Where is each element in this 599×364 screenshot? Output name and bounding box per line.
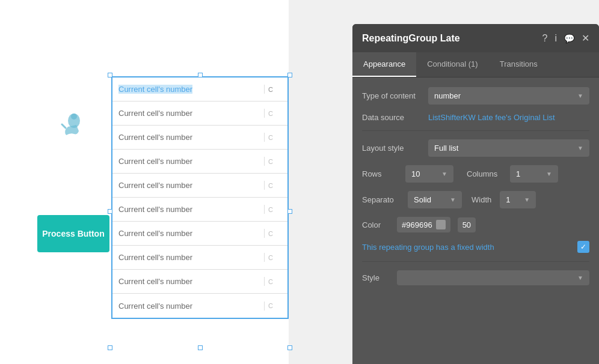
svg-point-1: [71, 114, 77, 120]
separator-row: Separato Solid ▼ Width 1 ▼: [362, 191, 589, 208]
data-source-control: ListShifterKW Late fee's Original List: [428, 113, 589, 122]
chevron-down-icon: ▼: [524, 196, 530, 203]
tab-conditional[interactable]: Conditional (1): [416, 52, 489, 77]
svg-line-2: [62, 124, 66, 128]
type-of-content-dropdown[interactable]: number ▼: [428, 87, 589, 105]
color-input-wrap[interactable]: #969696: [397, 217, 450, 232]
style-dropdown[interactable]: ▼: [397, 270, 589, 285]
style-row: Style ▼: [362, 270, 589, 285]
handle-bot-left[interactable]: [108, 345, 112, 350]
table-row: Current cell's number C: [112, 102, 287, 126]
table-row: Current cell's number C: [112, 294, 287, 318]
table-row: Current cell's number C: [112, 174, 287, 198]
fixed-width-row: This repeating group has a fixed width ✓: [362, 241, 589, 253]
help-icon[interactable]: ?: [542, 33, 548, 44]
layout-style-dropdown[interactable]: Full list ▼: [428, 139, 589, 157]
color-label: Color: [362, 220, 392, 229]
table-row: Current cell's number C: [112, 150, 287, 174]
divider-2: [362, 261, 589, 262]
width-dropdown[interactable]: 1 ▼: [500, 191, 536, 208]
color-swatch[interactable]: [436, 220, 446, 229]
tab-transitions[interactable]: Transitions: [489, 52, 548, 77]
layout-style-label: Layout style: [362, 144, 428, 153]
table-row: Current cell's number C: [112, 126, 287, 150]
table-row: Current cell's number C: [112, 198, 287, 222]
separator-dropdown[interactable]: Solid ▼: [408, 191, 462, 208]
chevron-down-icon: ▼: [546, 171, 552, 177]
chevron-down-icon: ▼: [577, 93, 583, 99]
table-row: Current cell's number C: [112, 246, 287, 270]
panel-icon-group: ? i 💬 ✕: [542, 32, 589, 44]
tab-appearance[interactable]: Appearance: [352, 52, 416, 77]
layout-style-control: Full list ▼: [428, 139, 589, 157]
rows-columns-row: Rows 10 ▼ Columns 1 ▼: [362, 165, 589, 183]
panel-body: Type of content number ▼ Data source Lis…: [352, 77, 599, 364]
close-icon[interactable]: ✕: [582, 32, 589, 44]
process-button[interactable]: Process Button: [37, 215, 109, 252]
table-row: Current cell's number C: [112, 77, 287, 102]
handle-bot-mid[interactable]: [198, 345, 203, 350]
repeating-group-table: Current cell's number C Current cell's n…: [111, 76, 289, 319]
table-row: Current cell's number C: [112, 222, 287, 246]
panel-header: RepeatingGroup Late ? i 💬 ✕: [352, 24, 599, 52]
info-icon[interactable]: i: [554, 33, 557, 44]
rows-label: Rows: [362, 169, 398, 178]
panel-title: RepeatingGroup Late: [362, 33, 460, 44]
columns-dropdown[interactable]: 1 ▼: [510, 165, 558, 183]
chevron-down-icon: ▼: [577, 275, 583, 281]
fixed-width-label: This repeating group has a fixed width: [362, 243, 571, 252]
handle-bot-right[interactable]: [287, 345, 292, 350]
type-of-content-label: Type of content: [362, 91, 428, 100]
table-row: Current cell's number C: [112, 270, 287, 294]
panel: RepeatingGroup Late ? i 💬 ✕ Appearance C…: [352, 24, 599, 364]
chevron-down-icon: ▼: [450, 196, 456, 203]
layout-style-row: Layout style Full list ▼: [362, 139, 589, 157]
data-source-label: Data source: [362, 113, 428, 122]
chevron-down-icon: ▼: [441, 171, 447, 177]
width-label: Width: [472, 195, 491, 204]
separator-label: Separato: [362, 195, 403, 204]
color-hex-value: #969696: [402, 220, 432, 229]
chat-icon[interactable]: 💬: [564, 34, 574, 43]
rows-dropdown[interactable]: 10 ▼: [405, 165, 453, 183]
chevron-down-icon: ▼: [577, 145, 583, 151]
type-of-content-row: Type of content number ▼: [362, 87, 589, 105]
columns-label: Columns: [467, 169, 503, 178]
checkmark-icon: ✓: [580, 243, 586, 251]
color-opacity-value[interactable]: 50: [458, 217, 476, 232]
cursor-icon: [57, 110, 87, 140]
type-of-content-control: number ▼: [428, 87, 589, 105]
data-source-link[interactable]: ListShifterKW Late fee's Original List: [428, 113, 555, 122]
divider-1: [362, 130, 589, 131]
color-row: Color #969696 50: [362, 217, 589, 232]
panel-tabs: Appearance Conditional (1) Transitions: [352, 52, 599, 77]
style-label: Style: [362, 273, 392, 282]
fixed-width-checkbox[interactable]: ✓: [577, 241, 589, 253]
canvas-area: Process Button Current cell's number C C…: [0, 0, 289, 364]
data-source-row: Data source ListShifterKW Late fee's Ori…: [362, 113, 589, 122]
